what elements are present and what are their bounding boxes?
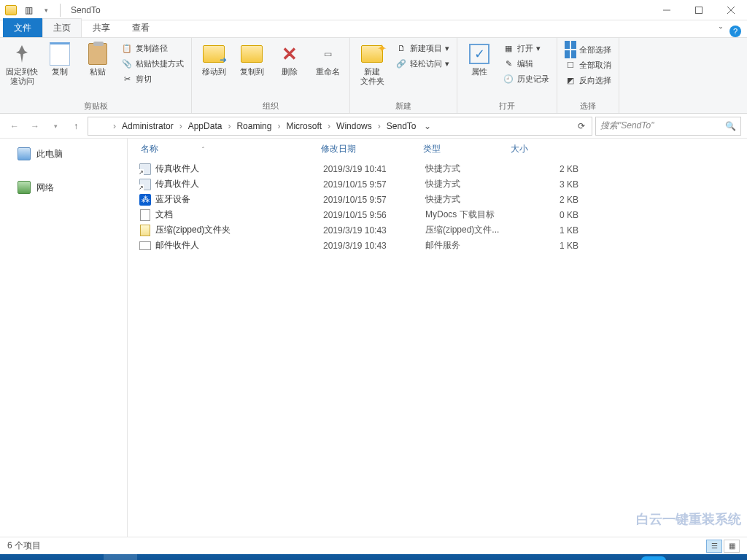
- view-icons-button[interactable]: ▦: [724, 540, 740, 553]
- file-name: 传真收件人: [155, 163, 323, 175]
- sidebar-this-pc[interactable]: 此电脑: [0, 143, 127, 165]
- new-folder-button[interactable]: ✦ 新建 文件夹: [355, 39, 390, 86]
- rename-button[interactable]: ▭ 重命名: [310, 39, 345, 77]
- recent-dropdown[interactable]: ▾: [47, 117, 64, 135]
- help-icon[interactable]: ?: [729, 26, 741, 37]
- network-icon: [18, 181, 31, 194]
- file-date: 2019/3/19 10:43: [323, 241, 425, 251]
- qat-properties-icon[interactable]: ▥: [20, 2, 36, 18]
- select-none-button[interactable]: ☐全部取消: [562, 58, 614, 72]
- group-organize-label: 组织: [196, 99, 345, 113]
- file-type: 压缩(zipped)文件...: [425, 224, 535, 236]
- copy-to-button[interactable]: 复制到: [234, 39, 269, 77]
- table-row[interactable]: ⁂蓝牙设备2019/10/15 9:57快捷方式2 KB: [135, 192, 740, 207]
- file-size: 2 KB: [535, 164, 578, 174]
- taskbar: 🔍 e 🛍 ˆ 酲 🐦 英 拼 10:39 2020/7/30 💬: [0, 554, 747, 560]
- search-icon[interactable]: 🔍: [725, 121, 736, 131]
- navbar: ← → ▾ ↑ › Administrator› AppData› Roamin…: [0, 114, 747, 139]
- table-row[interactable]: 压缩(zipped)文件夹2019/3/19 10:43压缩(zipped)文件…: [135, 222, 740, 238]
- properties-button[interactable]: ✓ 属性: [462, 39, 497, 77]
- twitter-icon[interactable]: 🐦: [641, 556, 666, 560]
- search-input[interactable]: 搜索"SendTo" 🔍: [595, 117, 741, 136]
- file-icon: [138, 240, 152, 252]
- back-button[interactable]: ←: [6, 117, 23, 135]
- select-all-button[interactable]: 全部选择: [562, 42, 614, 57]
- new-item-button[interactable]: 🗋新建项目 ▾: [392, 41, 452, 55]
- file-name: 文档: [155, 209, 323, 221]
- delete-button[interactable]: ✕ 删除: [272, 39, 307, 77]
- bc-seg-1[interactable]: AppData: [185, 117, 225, 135]
- taskbar-edge[interactable]: e: [70, 554, 104, 560]
- paste-shortcut-button[interactable]: 📎粘贴快捷方式: [118, 56, 187, 71]
- file-icon: [138, 225, 152, 236]
- edit-button[interactable]: ✎编辑: [500, 56, 552, 71]
- copy-button[interactable]: 复制: [42, 39, 77, 77]
- bc-seg-5[interactable]: SendTo: [384, 117, 419, 135]
- open-button[interactable]: ▦打开 ▾: [500, 41, 552, 55]
- sort-indicator-icon: ˆ: [202, 146, 204, 153]
- minimize-button[interactable]: [651, 0, 683, 20]
- ribbon-tabs: 文件 主页 共享 查看 ˇ ?: [0, 20, 747, 38]
- view-details-button[interactable]: ☰: [706, 540, 722, 553]
- paste-button[interactable]: 粘贴: [80, 39, 115, 77]
- file-size: 1 KB: [535, 225, 578, 236]
- table-row[interactable]: 传真收件人2019/10/15 9:57快捷方式3 KB: [135, 176, 740, 192]
- file-date: 2019/10/15 9:56: [323, 210, 425, 220]
- file-date: 2019/3/19 10:43: [323, 225, 425, 236]
- refresh-button[interactable]: ⟳: [573, 121, 590, 131]
- table-row[interactable]: 传真收件人2019/3/19 10:41快捷方式2 KB: [135, 161, 740, 176]
- copy-path-button[interactable]: 📋复制路径: [118, 41, 187, 55]
- search-button[interactable]: 🔍: [36, 554, 70, 560]
- ribbon: 固定到快 速访问 复制 粘贴 📋复制路径 📎粘贴快捷方式 ✂剪切 剪贴板 ➜ 移…: [0, 38, 747, 114]
- sidebar-network[interactable]: 网络: [0, 176, 127, 198]
- bc-seg-2[interactable]: Roaming: [233, 117, 274, 135]
- group-new-label: 新建: [355, 99, 452, 113]
- statusbar: 6 个项目 ☰ ▦: [0, 537, 747, 554]
- file-type: 邮件服务: [425, 239, 535, 252]
- invert-selection-button[interactable]: ◩反向选择: [562, 73, 614, 88]
- file-type: 快捷方式: [425, 163, 535, 175]
- tab-home[interactable]: 主页: [42, 18, 82, 37]
- start-button[interactable]: [3, 554, 36, 560]
- chevron-right-icon[interactable]: ›: [110, 121, 119, 131]
- breadcrumb-dropdown[interactable]: ⌄: [419, 121, 436, 131]
- easy-access-button[interactable]: 🔗轻松访问 ▾: [392, 56, 452, 71]
- file-icon: [138, 163, 152, 175]
- history-button[interactable]: 🕘历史记录: [500, 71, 552, 86]
- file-name: 邮件收件人: [155, 239, 323, 252]
- file-type: 快捷方式: [425, 178, 535, 190]
- bc-seg-3[interactable]: Microsoft: [283, 117, 325, 135]
- pc-icon: [18, 147, 31, 160]
- breadcrumb[interactable]: › Administrator› AppData› Roaming› Micro…: [88, 117, 592, 136]
- cut-button[interactable]: ✂剪切: [118, 71, 187, 86]
- tab-view[interactable]: 查看: [121, 18, 160, 37]
- maximize-button[interactable]: [683, 0, 715, 20]
- taskbar-store[interactable]: 🛍: [137, 554, 171, 560]
- ribbon-collapse-icon[interactable]: ˇ: [719, 26, 722, 36]
- taskbar-explorer[interactable]: [104, 554, 137, 560]
- qat-dropdown-icon[interactable]: ▾: [38, 2, 54, 18]
- bc-seg-0[interactable]: Administrator: [119, 117, 177, 135]
- forward-button[interactable]: →: [26, 117, 44, 135]
- column-headers[interactable]: 名称ˆ 修改日期 类型 大小: [128, 139, 747, 160]
- file-type: MyDocs 下载目标: [425, 209, 535, 221]
- item-count: 6 个项目: [7, 540, 41, 552]
- close-button[interactable]: [715, 0, 747, 20]
- titlebar: ▥ ▾ SendTo: [0, 0, 747, 20]
- file-icon: ⁂: [138, 194, 152, 206]
- pin-to-quick-access-button[interactable]: 固定到快 速访问: [4, 39, 39, 86]
- folder-icon: [93, 119, 107, 133]
- file-type: 快捷方式: [425, 193, 535, 206]
- table-row[interactable]: 邮件收件人2019/3/19 10:43邮件服务1 KB: [135, 238, 740, 253]
- up-button[interactable]: ↑: [67, 117, 85, 135]
- file-area: 名称ˆ 修改日期 类型 大小 传真收件人2019/3/19 10:41快捷方式2…: [128, 139, 747, 537]
- file-name: 蓝牙设备: [155, 193, 323, 206]
- group-open-label: 打开: [462, 99, 552, 113]
- file-size: 3 KB: [535, 179, 578, 190]
- table-row[interactable]: 文档2019/10/15 9:56MyDocs 下载目标0 KB: [135, 207, 740, 222]
- file-date: 2019/3/19 10:41: [323, 164, 425, 174]
- bc-seg-4[interactable]: Windows: [333, 117, 375, 135]
- move-to-button[interactable]: ➜ 移动到: [196, 39, 231, 77]
- tab-share[interactable]: 共享: [82, 18, 121, 37]
- tab-file[interactable]: 文件: [3, 18, 42, 37]
